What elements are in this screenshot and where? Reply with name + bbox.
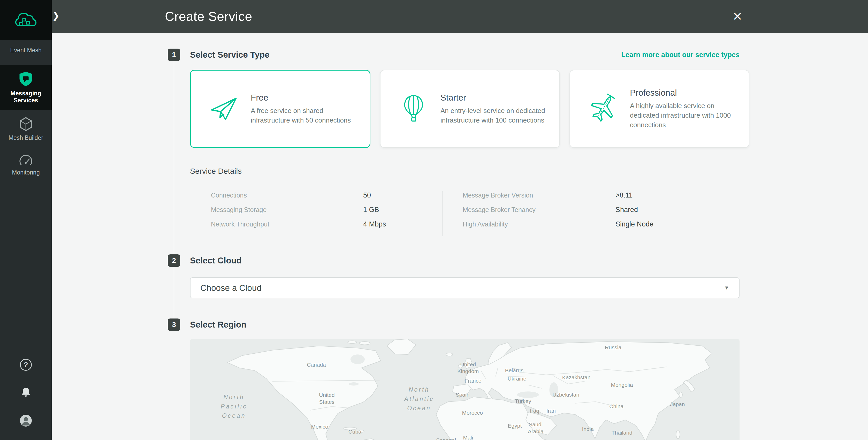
step3-title: Select Region (190, 320, 246, 329)
modal-header: ❯ Create Service ✕ (52, 0, 868, 33)
card-description: A highly available service on dedicated … (630, 101, 739, 130)
step2-badge: 2 (168, 254, 180, 267)
cloud-select-value: Choose a Cloud (200, 283, 261, 293)
help-icon[interactable]: ? (20, 359, 32, 371)
app-root: Event Mesh Messaging Services (0, 0, 868, 440)
service-card-starter[interactable]: Starter An entry-level service on dedica… (380, 70, 560, 148)
sidebar-item-label: Event Mesh (10, 47, 41, 54)
detail-label: Messaging Storage (211, 206, 363, 214)
card-description: A free service on shared infrastructure … (251, 106, 359, 125)
region-map[interactable]: North Pacific Ocean North Atlantic Ocean… (190, 339, 740, 440)
card-title: Starter (440, 93, 549, 103)
shield-chat-icon (2, 71, 50, 87)
service-details-grid: Connections 50 Messaging Storage 1 GB Ne… (168, 191, 868, 236)
solace-logo (0, 0, 52, 40)
card-text: Professional A highly available service … (630, 88, 739, 130)
user-avatar-icon[interactable] (20, 414, 32, 427)
detail-label: Connections (211, 191, 363, 199)
detail-value: >8.11 (616, 191, 632, 199)
service-card-professional[interactable]: Professional A highly available service … (569, 70, 749, 148)
sidebar-item-label: Messaging Services (10, 90, 41, 104)
sidebar-item-messaging-services[interactable]: Messaging Services (0, 65, 52, 110)
close-icon[interactable]: ✕ (728, 0, 746, 33)
card-description: An entry-level service on dedicated infr… (440, 106, 549, 125)
service-details-title: Service Details (190, 167, 868, 176)
hot-air-balloon-icon (397, 92, 430, 125)
sidebar-nav: Event Mesh Messaging Services (0, 40, 52, 181)
help-glyph: ? (24, 360, 28, 369)
card-title: Free (251, 93, 359, 103)
step3-badge: 3 (168, 318, 180, 331)
notifications-bell-icon[interactable] (20, 386, 32, 399)
sidebar-expand-chevron-icon[interactable]: ❯ (52, 10, 60, 21)
learn-more-link[interactable]: Learn more about our service types (621, 51, 740, 59)
service-details-right-column: Message Broker Version >8.11 Message Bro… (442, 191, 653, 236)
hexagon-node-icon (2, 116, 50, 132)
detail-value: Single Node (616, 220, 653, 228)
detail-value: Shared (616, 206, 638, 214)
detail-row: High Availability Single Node (463, 220, 653, 228)
step1-badge: 1 (168, 49, 180, 61)
main-column: ❯ Create Service ✕ 1 Select Service Type… (52, 0, 868, 440)
sidebar-item-label: Mesh Builder (8, 134, 43, 141)
cloud-select[interactable]: Choose a Cloud ▼ (190, 277, 740, 298)
step-connector-line (174, 55, 174, 318)
step3-header: 3 Select Region (168, 318, 740, 331)
service-card-free[interactable]: Free A free service on shared infrastruc… (190, 70, 370, 148)
step1-header: 1 Select Service Type Learn more about o… (168, 49, 740, 61)
card-title: Professional (630, 88, 739, 98)
gauge-icon (2, 153, 50, 166)
detail-row: Messaging Storage 1 GB (211, 206, 442, 214)
page-title: Create Service (165, 9, 252, 24)
detail-label: Message Broker Version (463, 191, 616, 199)
cloud-logo-icon (12, 11, 39, 29)
card-text: Free A free service on shared infrastruc… (251, 93, 359, 125)
card-text: Starter An entry-level service on dedica… (440, 93, 549, 125)
sidebar: Event Mesh Messaging Services (0, 0, 52, 440)
detail-row: Connections 50 (211, 191, 442, 199)
chevron-down-icon: ▼ (724, 285, 729, 291)
sidebar-item-monitoring[interactable]: Monitoring (0, 147, 52, 181)
sidebar-item-event-mesh[interactable]: Event Mesh (0, 40, 52, 59)
detail-value: 4 Mbps (363, 220, 386, 228)
detail-value: 1 GB (363, 206, 379, 214)
step2-header: 2 Select Cloud (168, 254, 740, 267)
world-map-graphic (190, 339, 740, 440)
detail-label: Network Throughput (211, 220, 363, 228)
detail-row: Message Broker Tenancy Shared (463, 206, 653, 214)
sidebar-item-label: Monitoring (12, 169, 39, 176)
service-details-left-column: Connections 50 Messaging Storage 1 GB Ne… (168, 191, 442, 236)
sidebar-item-mesh-builder[interactable]: Mesh Builder (0, 110, 52, 147)
header-divider (720, 7, 720, 27)
detail-row: Message Broker Version >8.11 (463, 191, 653, 199)
detail-row: Network Throughput 4 Mbps (211, 220, 442, 228)
step2-title: Select Cloud (190, 256, 242, 265)
detail-label: High Availability (463, 220, 616, 228)
create-service-content: 1 Select Service Type Learn more about o… (52, 33, 868, 440)
step1-title: Select Service Type (190, 50, 270, 60)
detail-value: 50 (363, 191, 371, 199)
detail-label: Message Broker Tenancy (463, 206, 616, 214)
airplane-icon (587, 92, 620, 125)
sidebar-bottom: ? (0, 359, 52, 440)
service-type-cards: Free A free service on shared infrastruc… (190, 70, 740, 148)
paper-plane-icon (207, 92, 240, 125)
